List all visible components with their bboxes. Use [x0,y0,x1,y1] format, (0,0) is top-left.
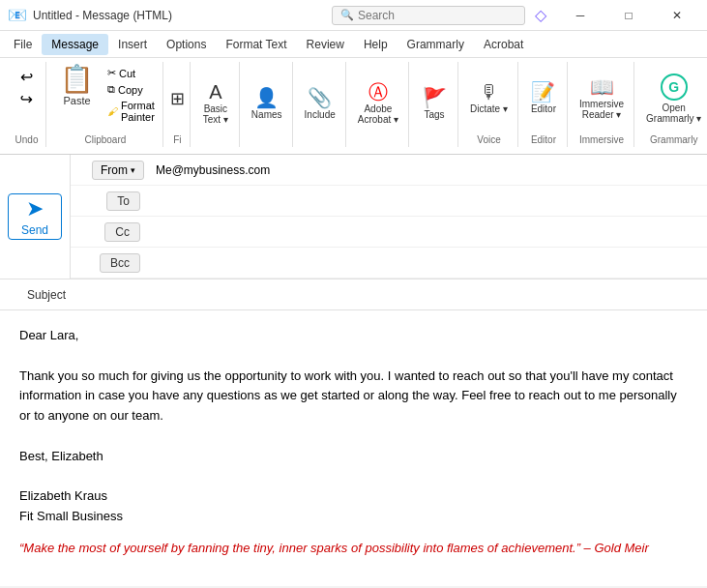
sig-name: Elizabeth Kraus [19,486,688,507]
cut-icon: ✂ [107,67,116,79]
fi-icon: ⊞ [170,90,185,107]
ribbon-group-tags: 🚩 Tags [411,62,458,147]
copy-icon: ⧉ [107,83,115,96]
menu-file[interactable]: File [4,34,42,55]
diamond-icon: ◇ [535,6,546,24]
menu-insert[interactable]: Insert [108,34,157,55]
immersive-icon: 📖 [590,77,614,97]
fi-button[interactable]: ⊞ [165,88,189,109]
menu-options[interactable]: Options [157,34,216,55]
ribbon: ↩ ↩ Undo 📋 Paste ✂ Cut ⧉ Copy 🖌 [0,58,707,155]
menu-grammarly[interactable]: Grammarly [398,34,474,55]
undo-button[interactable]: ↩ [15,66,39,88]
sig-company: Fit Small Business [19,507,688,527]
from-label-text: From [101,163,128,177]
names-icon: 👤 [254,88,279,107]
immersive-reader-button[interactable]: 📖 ImmersiveReader ▾ [574,74,630,124]
from-input[interactable] [148,155,707,185]
copy-button[interactable]: ⧉ Copy [103,82,159,97]
editor-icon: 📝 [531,82,555,102]
dictate-icon: 🎙 [480,82,499,102]
open-grammarly-button[interactable]: G OpenGrammarly ▾ [640,70,707,128]
fi-group-label: Fi [173,134,181,147]
include-icon: 📎 [308,88,332,107]
basic-text-button[interactable]: A BasicText ▾ [196,78,235,129]
to-row: To [71,186,707,217]
cc-input[interactable] [148,217,707,247]
window-title: Untitled - Message (HTML) [33,9,332,22]
menu-format-text[interactable]: Format Text [216,34,296,55]
immersive-label: ImmersiveReader ▾ [579,99,624,120]
basic-text-icon: A [209,82,221,102]
send-button-area: ➤ Send [0,155,71,279]
body-paragraph1: Thank you so much for giving us the oppo… [19,367,688,426]
include-button[interactable]: 📎 Include [299,84,341,124]
ribbon-group-undo: ↩ ↩ Undo [8,62,46,147]
greeting: Dear Lara, [19,326,688,346]
title-bar: 📧 Untitled - Message (HTML) 🔍 ◇ ─ □ ✕ [0,0,707,31]
send-button[interactable]: ➤ Send [8,193,62,240]
editor-button[interactable]: 📝 Editor [524,78,563,118]
closing: Best, Elizabeth [19,447,688,467]
cc-button[interactable]: Cc [104,222,140,242]
to-label-area: To [71,186,148,216]
clipboard-group-label: Clipboard [85,134,127,147]
ribbon-group-adobe: Ⓐ AdobeAcrobat ▾ [348,62,409,147]
cc-row: Cc [71,217,707,248]
include-label: Include [305,109,336,120]
subject-label: Subject [0,288,77,302]
adobe-icon: Ⓐ [368,82,388,102]
to-button[interactable]: To [106,191,140,211]
maximize-button[interactable]: □ [606,0,651,31]
copy-label: Copy [118,84,143,96]
to-input[interactable] [148,186,707,216]
menu-bar: File Message Insert Options Format Text … [0,31,707,58]
menu-acrobat[interactable]: Acrobat [474,34,533,55]
compose-area: ➤ Send From ▾ To [0,155,707,586]
ribbon-group-grammarly: G OpenGrammarly ▾ Grammarly [636,62,707,147]
menu-help[interactable]: Help [354,34,398,55]
paste-icon: 📋 [60,66,94,93]
ribbon-group-editor: 📝 Editor Editor [520,62,568,147]
bcc-button[interactable]: Bcc [100,253,140,273]
dictate-group-label: Voice [477,134,500,147]
ribbon-group-clipboard: 📋 Paste ✂ Cut ⧉ Copy 🖌 Format Painter Cl… [48,62,163,147]
minimize-button[interactable]: ─ [558,0,603,31]
subject-row: Subject [0,279,707,310]
from-dropdown-button[interactable]: From ▾ [92,161,144,180]
send-label: Send [21,223,48,237]
send-icon: ➤ [26,196,44,221]
cut-button[interactable]: ✂ Cut [103,66,159,80]
window-controls[interactable]: ─ □ ✕ [558,0,699,31]
search-input[interactable] [358,9,503,22]
close-button[interactable]: ✕ [655,0,699,31]
tags-label: Tags [424,109,444,120]
ribbon-group-immersive: 📖 ImmersiveReader ▾ Immersive [570,62,634,147]
adobe-acrobat-button[interactable]: Ⓐ AdobeAcrobat ▾ [352,78,404,129]
redo-button[interactable]: ↩ [15,88,39,110]
menu-message[interactable]: Message [42,34,108,55]
format-painter-button[interactable]: 🖌 Format Painter [103,99,159,124]
tags-icon: 🚩 [423,88,447,107]
dictate-button[interactable]: 🎙 Dictate ▾ [464,78,514,118]
bcc-label-area: Bcc [71,248,148,278]
bcc-input[interactable] [148,248,707,278]
menu-review[interactable]: Review [297,34,354,55]
editor-label: Editor [531,103,556,114]
names-button[interactable]: 👤 Names [246,84,288,124]
email-body[interactable]: Dear Lara, Thank you so much for giving … [0,310,707,574]
subject-input[interactable] [77,288,707,302]
ribbon-group-include: 📎 Include [295,62,346,147]
ribbon-group-names: 👤 Names [242,62,293,147]
cut-label: Cut [119,68,135,79]
ribbon-group-dictate: 🎙 Dictate ▾ Voice [460,62,518,147]
search-icon: 🔍 [340,9,354,21]
ribbon-group-fi: ⊞ Fi [165,62,191,147]
fields-and-send: ➤ Send From ▾ To [0,155,707,279]
search-box[interactable]: 🔍 [332,6,525,25]
immersive-group-label: Immersive [579,134,624,147]
tags-button[interactable]: 🚩 Tags [415,84,454,124]
adobe-label: AdobeAcrobat ▾ [358,103,398,125]
app-icon: 📧 [8,6,27,24]
paste-button[interactable]: 📋 Paste [52,62,102,110]
